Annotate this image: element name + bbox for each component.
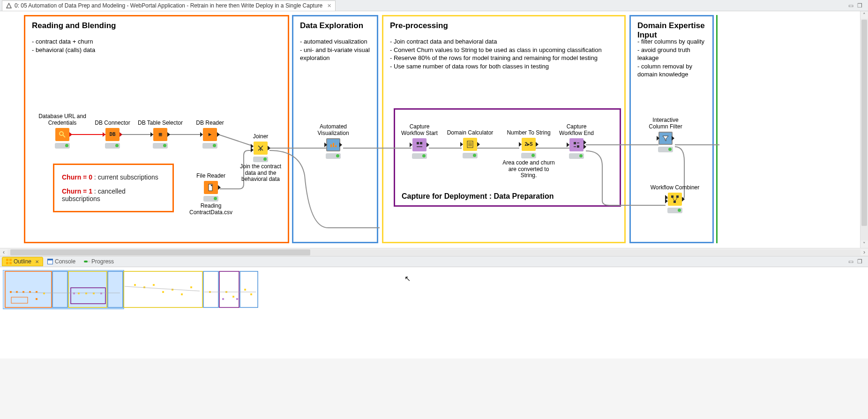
tab-console-label: Console: [55, 258, 75, 265]
db-table-icon: ▦: [153, 128, 167, 141]
svg-rect-7: [417, 142, 419, 144]
node-file-reader[interactable]: File Reader Reading ContractData.csv: [185, 173, 237, 216]
svg-line-2: [63, 135, 65, 137]
workflow-tab[interactable]: 0: 05 Automation of Data Prep and Modeli…: [2, 0, 336, 11]
capture-start-icon: [412, 138, 427, 151]
minimize-view-icon[interactable]: ▭: [848, 2, 853, 9]
svg-rect-57: [250, 293, 252, 295]
svg-rect-17: [673, 201, 676, 203]
close-outline-icon[interactable]: ✕: [35, 259, 39, 264]
svg-rect-50: [172, 289, 173, 291]
svg-rect-6: [335, 145, 337, 147]
churn-one-label: Churn = 1: [62, 187, 92, 195]
scrollbar-thumb-h[interactable]: [10, 249, 310, 255]
workflow-canvas-viewport: Reading and Blending - contract data + c…: [0, 11, 868, 256]
region-capture-title: Capture for Deployment : Data Preparatio…: [402, 192, 554, 201]
region-domain-title: Domain Expertise Input: [637, 21, 712, 40]
svg-rect-13: [574, 142, 576, 144]
node-status-lights: [203, 196, 218, 202]
node-db-connector[interactable]: DB Connector DB: [87, 120, 138, 149]
scroll-right-icon[interactable]: ›: [861, 249, 868, 255]
node-domain-calc[interactable]: Domain Calculator: [442, 130, 498, 158]
node-db-reader[interactable]: DB Reader ▶: [184, 120, 236, 149]
scrollbar-thumb-v[interactable]: [861, 20, 867, 226]
svg-rect-16: [676, 195, 679, 198]
node-joiner[interactable]: Joiner Join the contract data and the be…: [235, 134, 286, 183]
region-exploration-bullets: - automated visualization - uni- and bi-…: [300, 37, 371, 62]
svg-rect-18: [6, 259, 8, 261]
scroll-up-icon[interactable]: ˄: [861, 11, 868, 19]
node-status-lights: [569, 153, 584, 159]
node-status-lights: [412, 153, 427, 159]
outline-minimap[interactable]: [3, 270, 259, 309]
credentials-icon: [55, 128, 69, 141]
tab-outline[interactable]: Outline ✕: [2, 257, 43, 266]
editor-tab-controls: ▭ ❐: [848, 2, 866, 9]
node-capture-end[interactable]: Capture Workflow End: [551, 124, 602, 159]
editor-tabbar: 0: 05 Automation of Data Prep and Modeli…: [0, 0, 868, 11]
svg-rect-49: [162, 291, 164, 293]
outline-panel: [0, 267, 868, 359]
node-db-url[interactable]: Database URL and Credentials: [37, 113, 88, 149]
tab-progress[interactable]: Progress: [80, 257, 118, 266]
svg-rect-43: [78, 292, 80, 294]
chart-icon: [326, 138, 340, 151]
node-auto-viz[interactable]: Automated Visualization: [307, 124, 359, 159]
tab-console[interactable]: Console: [43, 257, 80, 266]
node-num-to-string[interactable]: Number To String 2▸S Area code and churn…: [501, 130, 557, 179]
svg-rect-46: [134, 284, 136, 286]
workflow-canvas[interactable]: Reading and Blending - contract data + c…: [0, 11, 722, 248]
tab-outline-label: Outline: [14, 258, 31, 265]
svg-rect-41: [36, 298, 37, 300]
node-num2str-sub: Area code and churn are converted to Str…: [501, 160, 557, 179]
svg-rect-35: [240, 271, 258, 307]
node-status-lights: [463, 153, 478, 158]
svg-rect-4: [330, 144, 332, 147]
outline-icon: [6, 259, 12, 264]
churn-legend: Churn = 0 : current subscriptions Churn …: [53, 164, 174, 212]
scroll-left-icon[interactable]: ‹: [0, 249, 7, 255]
svg-rect-48: [153, 284, 155, 286]
svg-rect-5: [333, 143, 334, 147]
workflow-tab-title: 0: 05 Automation of Data Prep and Modeli…: [15, 2, 322, 9]
svg-rect-15: [671, 195, 673, 198]
svg-rect-20: [6, 262, 8, 264]
svg-rect-45: [93, 292, 95, 294]
svg-rect-56: [244, 289, 246, 291]
svg-rect-61: [236, 298, 238, 300]
node-status-lights: [153, 143, 168, 149]
region-reading-title: Reading and Blending: [32, 21, 116, 30]
maximize-bottom-icon[interactable]: ❐: [857, 258, 862, 265]
svg-rect-44: [85, 292, 87, 294]
churn-zero-row: Churn = 0 : current subscriptions: [62, 173, 165, 181]
node-status-lights: [658, 147, 673, 152]
joiner-icon: [254, 142, 268, 155]
churn-one-row: Churn = 1 : cancelled subscriptions: [62, 187, 165, 202]
region-next-peek: [716, 15, 720, 243]
svg-rect-19: [9, 259, 12, 261]
svg-rect-38: [22, 291, 24, 293]
node-wf-combiner[interactable]: Workflow Combiner: [647, 185, 703, 213]
node-capture-start[interactable]: Capture Workflow Start: [394, 124, 445, 159]
scroll-down-icon[interactable]: ˅: [861, 240, 868, 248]
db-connector-icon: DB: [105, 128, 120, 141]
file-icon: [204, 181, 218, 194]
filter-icon: [658, 132, 673, 145]
region-preproc-bullets: - Join contract data and behavioral data…: [390, 37, 619, 70]
svg-rect-59: [100, 292, 102, 294]
region-reading-bullets: - contract data + churn - behavioral (ca…: [32, 37, 282, 54]
node-db-table-selector[interactable]: DB Table Selector ▦: [135, 120, 186, 149]
capture-end-icon: [569, 138, 584, 151]
svg-rect-60: [222, 298, 224, 300]
node-file-sub: Reading ContractData.csv: [185, 203, 237, 216]
minimize-bottom-icon[interactable]: ▭: [848, 258, 853, 265]
canvas-scrollbar-vertical[interactable]: ˄ ˅: [860, 11, 868, 248]
node-col-filter[interactable]: Interactive Column Filter: [640, 117, 691, 152]
node-status-lights: [55, 143, 70, 149]
canvas-scrollbar-horizontal[interactable]: ‹ ›: [0, 248, 868, 256]
node-status-lights: [253, 157, 268, 162]
region-exploration-title: Data Exploration: [300, 21, 363, 30]
close-tab-icon[interactable]: ✕: [327, 3, 331, 9]
svg-rect-32: [124, 271, 202, 307]
maximize-view-icon[interactable]: ❐: [857, 2, 862, 9]
